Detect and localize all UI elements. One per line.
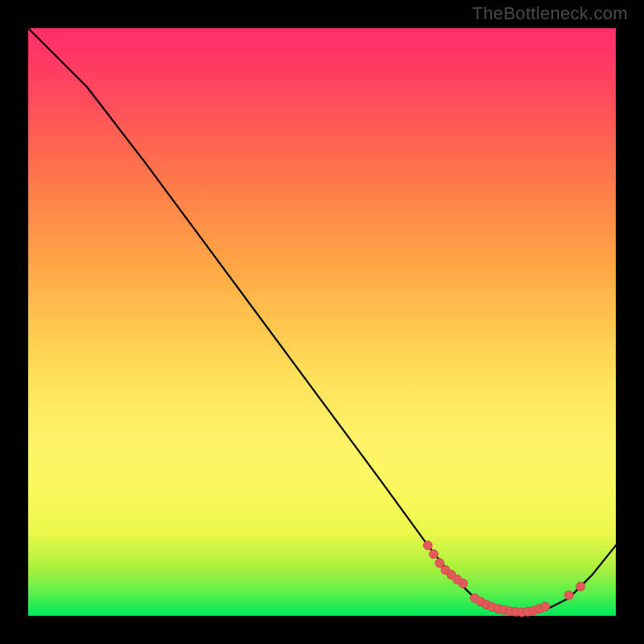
data-marker — [459, 579, 468, 588]
data-marker — [423, 541, 432, 550]
watermark-text: TheBottleneck.com — [473, 3, 628, 24]
bottleneck-curve-line — [28, 28, 616, 613]
marker-layer — [423, 541, 585, 617]
data-marker — [541, 602, 550, 611]
plot-area — [28, 28, 616, 616]
data-marker — [576, 582, 585, 591]
curve-svg — [28, 28, 616, 616]
data-marker — [436, 559, 444, 568]
chart-frame: TheBottleneck.com — [0, 0, 644, 644]
data-marker — [564, 591, 573, 600]
data-marker — [429, 550, 438, 559]
